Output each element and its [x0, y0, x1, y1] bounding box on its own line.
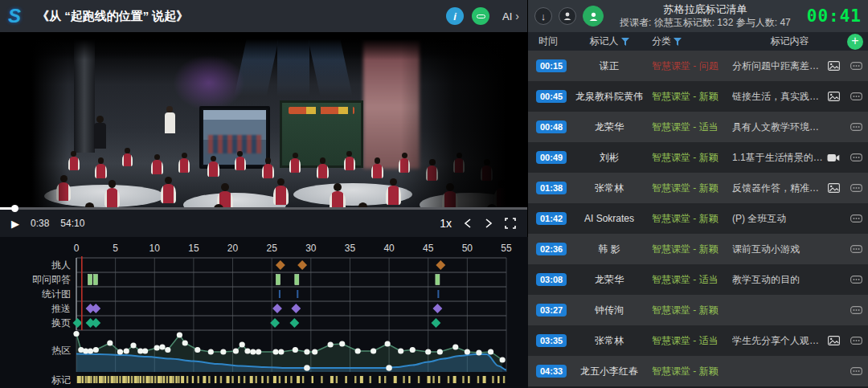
mark-tick: [80, 376, 81, 383]
participants-icon[interactable]: [583, 6, 604, 27]
table-row[interactable]: 04:33龙五小李红春智慧课堂 - 新颖: [528, 356, 868, 386]
time-badge[interactable]: 02:36: [536, 243, 567, 255]
ai-label: AI: [502, 10, 512, 22]
video-player[interactable]: [0, 32, 527, 207]
category-label: 智慧课堂 - 适当: [645, 120, 732, 134]
table-row[interactable]: 03:08龙荣华智慧课堂 - 适当教学互动的目的: [528, 264, 868, 295]
timeline-marker: [437, 290, 439, 298]
time-badge[interactable]: 03:08: [536, 273, 567, 286]
mark-tick: [151, 376, 153, 383]
time-badge[interactable]: 00:45: [536, 90, 567, 103]
table-row[interactable]: 01:38张常林智慧课堂 - 新颖反馈器作答，精准有效。: [528, 173, 868, 203]
timeline-marker: [93, 275, 97, 285]
time-badge[interactable]: 01:42: [536, 212, 567, 225]
comment-icon[interactable]: [850, 184, 862, 192]
info-icon[interactable]: i: [446, 7, 464, 25]
teacher-figure: [164, 106, 175, 138]
time-badge[interactable]: 03:27: [536, 304, 567, 317]
time-badge[interactable]: 01:38: [536, 182, 567, 194]
fullscreen-button[interactable]: [505, 218, 516, 229]
comment-icon[interactable]: [850, 62, 862, 70]
playback-speed-button[interactable]: 1x: [440, 217, 452, 230]
add-mark-button[interactable]: +: [847, 34, 863, 50]
comment-icon[interactable]: [850, 276, 862, 284]
filter-icon[interactable]: [621, 38, 629, 46]
mark-tick: [273, 376, 276, 383]
table-row[interactable]: 00:15谋正智慧课堂 - 问题分析问题中距离差可以打问号❓问题更明细: [528, 51, 868, 81]
filter-icon[interactable]: [674, 38, 682, 46]
marker-name: 谋正: [573, 59, 645, 73]
comment-icon[interactable]: [850, 123, 862, 131]
activity-timeline[interactable]: 0510152025303540455055挑人即问即答统计图推送换页热区标记: [0, 237, 528, 388]
chevron-right-icon: ›: [515, 10, 519, 22]
mark-tick: [302, 376, 304, 383]
comment-icon[interactable]: [850, 306, 862, 314]
marker-name: 龙泉教科院黄伟: [573, 90, 645, 104]
table-row[interactable]: 03:35张常林智慧课堂 - 适当学生先分享个人观点，老师再引导正确路径，不错: [528, 325, 868, 356]
mark-tick: [279, 376, 280, 383]
mark-tick: [477, 376, 479, 383]
table-row[interactable]: 00:49刘彬智慧课堂 - 新颖1.1基于生活情景的导入微视频: [528, 142, 868, 173]
time-cell: 03:27: [528, 304, 573, 317]
student-figure: [481, 159, 493, 181]
next-button[interactable]: [484, 218, 493, 229]
marks-header: ↓ 苏格拉底标记清单 授课者: 徐慧玉标记数: 132 参与人数: 47 00:…: [528, 0, 868, 32]
comment-icon[interactable]: [850, 214, 862, 223]
attachment-cell: [823, 183, 844, 193]
timeline-marker: [91, 318, 100, 328]
table-row[interactable]: 02:36韩 影智慧课堂 - 新颖课前互动小游戏: [528, 234, 868, 264]
table-row[interactable]: 00:48龙荣华智慧课堂 - 适当具有人文教学环境的导入意识: [528, 112, 868, 142]
duration: 54:10: [60, 218, 84, 229]
time-badge[interactable]: 00:15: [536, 59, 567, 72]
student-figure: [273, 178, 289, 205]
user-icon[interactable]: [559, 7, 576, 25]
capsule-icon[interactable]: [472, 7, 489, 25]
mark-tick: [178, 376, 179, 383]
seek-knob[interactable]: [11, 205, 18, 212]
download-icon[interactable]: ↓: [534, 7, 552, 25]
comment-icon[interactable]: [850, 367, 862, 375]
student-figure: [386, 178, 401, 205]
mark-tick: [438, 376, 440, 383]
image-icon: [828, 61, 840, 71]
table-row[interactable]: 01:42AI Sokrates智慧课堂 - 新颖(P) 全班互动: [528, 203, 868, 234]
table-row[interactable]: 00:45龙泉教科院黄伟智慧课堂 - 新颖链接生活，真实践，真调查: [528, 81, 868, 112]
mark-tick: [192, 376, 194, 383]
mark-tick: [90, 376, 92, 383]
mark-tick: [497, 376, 499, 383]
mark-tick: [84, 376, 86, 383]
comment-icon[interactable]: [850, 92, 862, 100]
time-badge[interactable]: 04:33: [536, 365, 567, 378]
time-badge[interactable]: 03:35: [536, 334, 567, 347]
mark-tick: [394, 376, 397, 383]
mark-tick: [208, 376, 210, 383]
mark-tick: [158, 376, 161, 383]
mark-tick: [99, 376, 102, 383]
play-button[interactable]: ▶: [11, 218, 19, 230]
svg-text:热区: 热区: [51, 345, 71, 356]
time-badge[interactable]: 00:49: [536, 151, 567, 164]
attachment-cell: [823, 153, 844, 162]
seek-bar[interactable]: [0, 207, 527, 210]
category-label: 智慧课堂 - 新颖: [645, 151, 732, 165]
table-row[interactable]: 03:27钟传洵智慧课堂 - 新颖: [528, 295, 868, 325]
svg-text:40: 40: [383, 243, 395, 254]
comment-icon[interactable]: [850, 153, 862, 161]
time-badge[interactable]: 00:48: [536, 120, 567, 133]
stage-light: [277, 32, 309, 96]
attachment-cell: [823, 336, 844, 345]
ai-panel-toggle[interactable]: AI ›: [497, 10, 519, 22]
mark-tick: [154, 376, 156, 383]
app-window: S 《从 “起跑线的位置” 说起》 i AI ›: [0, 0, 868, 388]
mark-tick: [203, 376, 206, 383]
comment-icon[interactable]: [850, 245, 862, 253]
prev-button[interactable]: [463, 218, 473, 229]
timeline-marker: [88, 275, 92, 285]
category-label: 智慧课堂 - 新颖: [645, 243, 732, 256]
marker-name: 龙荣华: [573, 273, 645, 287]
mark-tick: [181, 376, 184, 383]
svg-text:换页: 换页: [51, 317, 71, 329]
timeline-marker: [291, 304, 301, 313]
comment-icon[interactable]: [850, 337, 862, 345]
marker-name: 韩 影: [573, 243, 645, 256]
